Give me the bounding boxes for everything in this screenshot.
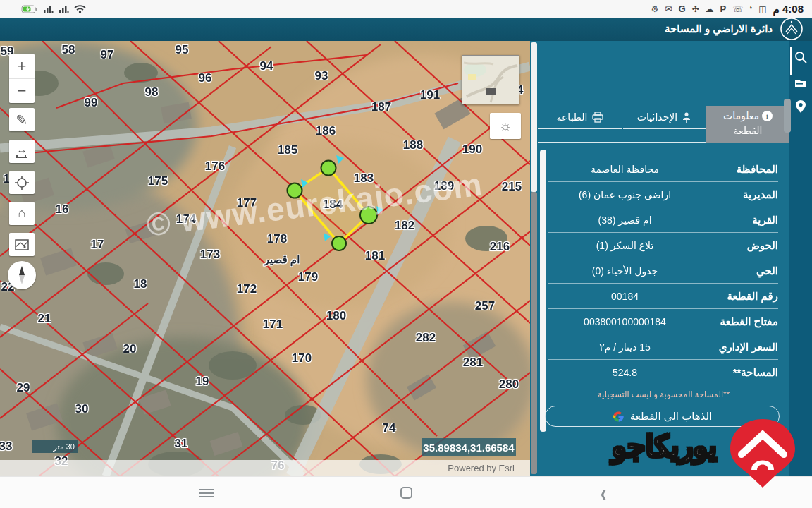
overview-inset-map[interactable] [462,55,519,104]
row-value: 15 دينار / م٢ [548,341,702,353]
android-nav-bar: ‹ [0,476,812,508]
printer-icon [592,112,603,123]
app-p-icon: P [720,4,727,13]
svg-text:i: i [766,112,768,120]
tab-bar: iمعلومات القطعة الإحداثيات الطباعة [538,106,789,143]
village-label: ام قصير [264,253,300,266]
recents-button[interactable] [185,477,228,508]
vibrate-icon: ◫ [758,5,766,13]
call-icon: ☏ [732,5,743,13]
panel-row: رقم القطعة00184 [548,284,778,309]
zoom-control: + − [9,54,35,103]
signal-sim1-icon [43,4,54,13]
gmail-icon: ✉ [665,5,672,13]
row-label: القرية [702,214,778,226]
tab-label: الطباعة [557,111,588,123]
tab-label: الإحداثيات [637,111,677,123]
search-button[interactable] [789,47,812,68]
row-value: تلاع السكر (1) [548,240,702,251]
cloud-upload-icon: ☁ [706,5,714,13]
panel-row: الحيجدول الأحياء (0) [548,258,778,284]
status-left-icons [21,4,86,13]
divider-scroll-thumb[interactable] [531,42,537,192]
row-value: جدول الأحياء (0) [548,265,702,277]
panel-inner-scroll-thumb[interactable] [784,99,791,133]
screen: ⚙✉G✣☁P☏❛◫ 4:08 م دائرة الاراضي و المساحة [0,0,812,508]
location-pin-button[interactable] [789,96,812,117]
measure-button[interactable]: ↔ [9,140,35,163]
panel-row: المحافظةمحافظة العاصمة [548,157,778,182]
google-icon: G [678,4,685,13]
photos-icon: ✣ [692,5,699,13]
row-label: المساحة** [702,366,778,379]
home-button[interactable] [385,477,427,508]
map-attribution: Powered by Esri [0,460,530,476]
settings-gear-icon: ⚙ [651,5,659,13]
go-to-parcel-button[interactable]: الذهاب الى القطعة [545,406,780,427]
row-value: ام قصير (38) [548,214,702,226]
back-icon: ‹ [601,481,607,504]
home-extent-button[interactable]: ⌂ [9,202,35,225]
row-label: السعر الإداري [702,341,778,353]
divider-scroll-track[interactable] [531,192,537,474]
tab-print[interactable]: الطباعة [538,106,622,129]
status-bar: ⚙✉G✣☁P☏❛◫ 4:08 م [0,0,812,18]
map-panel-divider[interactable] [530,41,538,476]
tab-label: معلومات القطعة [723,110,763,136]
panel-row: الحوضتلاع السكر (1) [548,233,778,258]
app-title: دائرة الاراضي و المساحة [665,23,773,35]
person-pin-icon [682,111,691,123]
go-button-label: الذهاب الى القطعة [630,410,713,423]
clock: 4:08 م [773,3,804,16]
search-icon [794,51,807,64]
status-right-icons: ⚙✉G✣☁P☏❛◫ 4:08 م [651,3,805,16]
inset-map-graphic [462,56,519,104]
back-button[interactable]: ‹ [582,477,625,508]
battery-charging-icon [21,5,38,13]
signal-sim2-icon [59,4,69,13]
tab-coordinates[interactable]: الإحداثيات [623,106,706,129]
area-disclaimer-note: **المساحة المحسوبة و ليست التسجيلية [538,389,789,399]
wifi-icon [74,4,86,13]
panel-row: المساحة**524.8 [548,360,778,385]
row-value: محافظة العاصمة [548,164,702,175]
zoom-in-button[interactable]: + [9,54,35,78]
panel-row: السعر الإداري15 دينار / م٢ [548,334,778,360]
row-value: 524.8 [548,367,702,378]
compass-needle-icon [16,265,27,285]
tab-separator [622,106,622,143]
brightness-basemap-button[interactable]: ☼ [490,113,521,139]
folder-icon [794,78,807,88]
chat-icon: ❛ [749,5,752,13]
row-label: الحي [702,265,778,277]
row-label: المديرية [702,188,778,201]
basemap-button[interactable] [9,233,35,256]
draw-pencil-button[interactable]: ✎ [9,108,35,131]
tab-parcel-info[interactable]: iمعلومات القطعة [706,106,789,143]
locate-button[interactable] [9,171,35,194]
row-label: رقم القطعة [702,290,778,303]
crosshair-icon [15,176,29,190]
map-canvas[interactable]: 5958979594969398991911871861851881905041… [0,41,530,476]
compass-button[interactable] [8,261,36,289]
home-icon [400,487,412,499]
row-label: مفتاح القطعة [702,315,778,328]
dls-logo-icon [777,14,806,44]
row-value: 003800100000184 [548,316,702,327]
zoom-out-button[interactable]: − [9,78,35,103]
row-label: المحافظة [702,163,778,176]
info-icon: i [762,111,773,121]
coordinates-readout: 35.89834,31.66584 [422,438,516,456]
row-value: اراضي جنوب عمان (6) [548,189,702,200]
basemap-icon [15,238,29,251]
panel-row: مفتاح القطعة003800100000184 [548,309,778,334]
google-maps-g-icon [613,411,625,423]
parcel-info-table: المحافظةمحافظة العاصمةالمديريةاراضي جنوب… [548,157,778,385]
layers-folder-button[interactable] [789,72,812,93]
panel-row: القريةام قصير (38) [548,207,778,233]
menu-icon [199,489,214,497]
row-value: 00184 [548,291,702,302]
row-label: الحوض [702,239,778,252]
details-panel: iمعلومات القطعة الإحداثيات الطباعة المحا… [538,41,789,476]
panel-row: المديريةاراضي جنوب عمان (6) [548,182,778,207]
